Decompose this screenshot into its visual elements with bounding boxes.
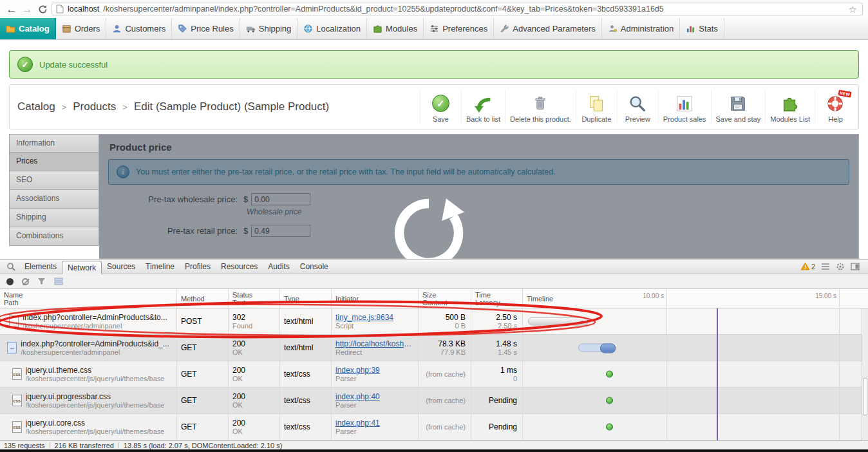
duplicate-button[interactable]: Duplicate: [576, 89, 617, 124]
nav-tab-label: Price Rules: [191, 24, 233, 33]
nav-tab-preferences[interactable]: Preferences: [424, 18, 494, 39]
breadcrumb-products[interactable]: Products: [73, 100, 116, 113]
column-initiator[interactable]: Initiator: [332, 289, 419, 308]
floppy-disk-icon: [728, 93, 748, 114]
back-icon[interactable]: [5, 4, 18, 15]
filter-icon[interactable]: [37, 278, 46, 285]
tab-combinations[interactable]: Combinations: [9, 227, 99, 246]
tab-associations[interactable]: Associations: [9, 190, 99, 209]
devtools-tab-sources[interactable]: Sources: [102, 260, 140, 274]
back-to-list-button[interactable]: Back to list: [461, 89, 505, 124]
button-label: Save and stay: [716, 115, 761, 123]
save-and-stay-button[interactable]: Save and stay: [711, 89, 766, 124]
help-button[interactable]: NEW Help: [815, 89, 856, 124]
request-latency: 1.45 s: [498, 348, 517, 356]
table-row[interactable]: jquery.ui.theme.css /koshersupercenter/j…: [0, 361, 868, 388]
preview-button[interactable]: Preview: [617, 89, 658, 124]
column-status[interactable]: StatusText: [229, 289, 280, 308]
nav-tab-label: Localization: [316, 24, 361, 33]
devtools-tab-audits[interactable]: Audits: [263, 260, 294, 274]
initiator-detail: Parser: [335, 375, 414, 382]
nav-tab-administration[interactable]: Administration: [602, 18, 680, 39]
devtools-scrollbar[interactable]: [862, 308, 868, 440]
magnifier-icon: [628, 93, 647, 114]
devtools-tab-console[interactable]: Console: [295, 260, 334, 274]
initiator-link[interactable]: index.php:39: [335, 366, 414, 375]
nav-tab-orders[interactable]: Orders: [56, 18, 107, 39]
devtools-tabbar: Elements Network Sources Timeline Profil…: [0, 259, 868, 274]
initiator-link[interactable]: tiny_mce.js:8634: [335, 313, 414, 322]
tab-information[interactable]: Information: [9, 134, 99, 153]
initiator-link[interactable]: index.php:41: [335, 419, 414, 428]
nav-tab-price-rules[interactable]: Price Rules: [172, 18, 240, 39]
large-rows-icon[interactable]: [54, 278, 63, 285]
table-row[interactable]: index.php?controller=AdminProducts&to...…: [0, 308, 868, 335]
reload-icon[interactable]: [36, 5, 49, 14]
tab-prices[interactable]: Prices: [9, 153, 99, 171]
devtools-tab-resources[interactable]: Resources: [216, 260, 263, 274]
console-drawer-icon[interactable]: [821, 263, 830, 270]
nav-tab-shipping[interactable]: Shipping: [240, 18, 298, 39]
devtools-tab-elements[interactable]: Elements: [19, 260, 62, 274]
catalog-folder-icon: [6, 24, 15, 33]
breadcrumb-catalog[interactable]: Catalog: [17, 100, 55, 113]
status-text: OK: [232, 428, 276, 435]
delete-product-button[interactable]: Delete this product.: [505, 89, 576, 124]
tab-shipping[interactable]: Shipping: [9, 209, 99, 227]
search-icon[interactable]: [6, 262, 15, 271]
scrollbar-thumb[interactable]: [863, 378, 867, 415]
network-table: NamePath Method StatusText Type Initiato…: [0, 289, 868, 440]
initiator-link[interactable]: http://localhost/koshe...: [335, 339, 414, 348]
dock-side-icon[interactable]: [851, 263, 860, 270]
sales-chart-icon: [675, 93, 694, 114]
initiator-link[interactable]: index.php:40: [335, 392, 414, 401]
status-code: 302: [232, 313, 276, 322]
warnings-button[interactable]: 2: [801, 263, 815, 270]
request-size: 500 B: [446, 313, 466, 322]
nav-tab-catalog[interactable]: Catalog: [0, 18, 56, 39]
forward-icon[interactable]: [21, 4, 33, 15]
nav-tab-modules[interactable]: Modules: [367, 18, 424, 39]
table-row[interactable]: jquery.ui.progressbar.css /koshersuperce…: [0, 388, 868, 414]
table-row[interactable]: index.php?controller=AdminProducts&id_..…: [0, 335, 868, 361]
column-time[interactable]: TimeLatency: [471, 289, 523, 308]
truck-icon: [246, 24, 256, 33]
request-method: POST: [181, 317, 224, 326]
puzzle-icon: [373, 24, 382, 33]
devtools-tab-network[interactable]: Network: [62, 261, 102, 274]
column-size[interactable]: SizeContent: [419, 289, 471, 308]
tab-seo[interactable]: SEO: [9, 171, 99, 190]
request-size: (from cache): [426, 423, 466, 431]
table-row[interactable]: jquery.ui.core.css /koshersupercenter/js…: [0, 414, 868, 440]
request-name: jquery.ui.core.css: [26, 419, 165, 428]
request-type: text/html: [284, 343, 327, 352]
breadcrumb-separator: >: [62, 102, 67, 112]
save-button[interactable]: Save: [420, 89, 461, 124]
modules-list-button[interactable]: Modules List: [765, 89, 815, 124]
request-type: text/css: [284, 422, 327, 431]
nav-tab-localization[interactable]: Localization: [297, 18, 367, 39]
request-method: GET: [181, 370, 224, 379]
nav-tab-stats[interactable]: Stats: [680, 18, 724, 39]
devtools-tab-timeline[interactable]: Timeline: [140, 260, 180, 274]
clear-icon[interactable]: [22, 278, 29, 285]
nav-tab-customers[interactable]: Customers: [106, 18, 172, 39]
status-text: Found: [232, 322, 276, 330]
load-timing: 13.85 s (load: 2.07 s, DOMContentLoaded:…: [124, 442, 282, 449]
url-host: localhost: [68, 5, 99, 14]
request-name: index.php?controller=AdminProducts&to...: [23, 313, 167, 322]
status-code: 200: [232, 392, 276, 401]
column-type[interactable]: Type: [280, 289, 332, 308]
address-bar[interactable]: localhost/koshersupercenter/adminpanel/i…: [52, 3, 863, 15]
nav-tab-advanced-parameters[interactable]: Advanced Parameters: [494, 18, 602, 39]
devtools-tab-profiles[interactable]: Profiles: [180, 260, 216, 274]
network-toolbar: [0, 274, 868, 289]
product-sales-button[interactable]: Product sales: [658, 89, 711, 124]
gear-icon[interactable]: [836, 262, 845, 271]
column-name[interactable]: NamePath: [0, 289, 177, 308]
bookmark-star-icon[interactable]: [847, 5, 858, 14]
duplicate-icon: [587, 93, 606, 114]
record-icon[interactable]: [6, 278, 14, 285]
column-method[interactable]: Method: [177, 289, 229, 308]
button-label: Help: [828, 115, 843, 123]
